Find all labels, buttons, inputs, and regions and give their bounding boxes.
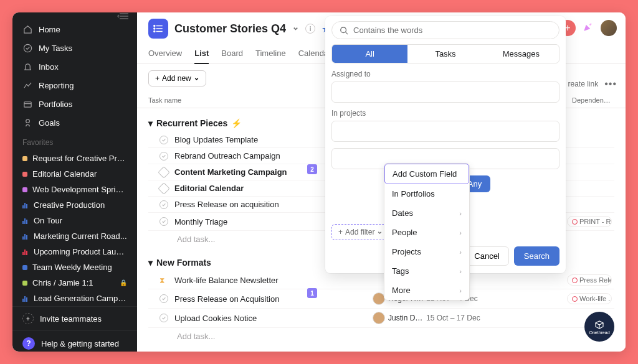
complete-checkbox[interactable] (160, 200, 168, 209)
project-dot-icon (22, 172, 27, 177)
in-projects-label: In projects (331, 109, 559, 118)
assigned-to-label: Assigned to (331, 70, 559, 78)
scope-all[interactable]: All (332, 45, 407, 63)
bell-icon (22, 62, 32, 72)
svg-point-9 (154, 26, 155, 27)
sidebar: Home My Tasks Inbox Reporting Portfolios… (12, 12, 137, 352)
lock-icon: 🔒 (120, 279, 127, 286)
milestone-icon[interactable] (158, 166, 170, 179)
task-name: Upload Cookies Notice (174, 314, 373, 323)
col-dependencies[interactable]: Dependenci... (572, 96, 612, 104)
project-dot-icon (22, 281, 27, 286)
filter-in-portfolios[interactable]: In Portfolios (384, 184, 469, 203)
milestone-icon[interactable] (158, 182, 170, 195)
invite-teammates[interactable]: +Invite teammates (12, 306, 137, 330)
create-link[interactable]: reate link (568, 80, 598, 88)
complete-checkbox[interactable] (160, 314, 168, 322)
project-icon[interactable] (148, 19, 168, 39)
project-dot-icon (22, 265, 27, 270)
assignee-cell[interactable]: Justin Dean (373, 312, 426, 324)
add-task-input[interactable]: Add task... (148, 328, 614, 345)
celebration-icon[interactable] (582, 21, 594, 36)
svg-point-12 (341, 27, 346, 32)
nav-mytasks[interactable]: My Tasks (12, 39, 137, 57)
favorite-item[interactable]: Team Weekly Meeting (12, 259, 137, 275)
project-dropdown-icon[interactable] (292, 23, 299, 34)
filter-menu: Add Custom Field In Portfolios Dates› Pe… (384, 163, 470, 301)
favorite-item[interactable]: Chris / Jamie 1:1🔒 (12, 275, 137, 291)
more-options-icon[interactable]: ••• (604, 78, 617, 90)
project-dot-icon (22, 156, 27, 161)
scope-tasks[interactable]: Tasks (407, 45, 483, 63)
favorite-item[interactable]: Editorial Calendar (12, 166, 137, 182)
tab-timeline[interactable]: Timeline (255, 44, 286, 63)
home-icon (22, 24, 32, 34)
filter-more[interactable]: More› (384, 281, 469, 300)
due-date-cell[interactable]: 15 Oct – 17 Dec (426, 314, 488, 322)
favorite-item[interactable]: Lead Generation Campai... (12, 291, 137, 306)
bars-icon (22, 202, 29, 208)
favorite-item[interactable]: Creative Production (12, 197, 137, 213)
help-button[interactable]: ?Help & getting started (12, 330, 137, 352)
tab-list[interactable]: List (194, 44, 209, 64)
filter-people[interactable]: People› (384, 223, 469, 242)
chart-icon (22, 80, 32, 90)
cancel-button[interactable]: Cancel (465, 246, 508, 266)
search-scope-tabs: All Tasks Messages (331, 44, 559, 63)
avatar-icon (373, 312, 385, 324)
filter-custom-field[interactable]: Add Custom Field (385, 164, 469, 184)
project-title[interactable]: Customer Stories Q4 (174, 22, 286, 35)
complete-checkbox[interactable] (160, 217, 168, 226)
favorite-item[interactable]: Web Development Sprint... (12, 182, 137, 197)
favorite-item[interactable]: Marketing Current Road... (12, 228, 137, 244)
sidebar-collapse-icon[interactable] (12, 12, 137, 20)
add-filter-button[interactable]: + Add filter (331, 224, 389, 240)
filter-tags[interactable]: Tags› (384, 261, 469, 281)
check-circle-icon (22, 43, 32, 53)
favorite-item[interactable]: Upcoming Product Laun... (12, 244, 137, 259)
svg-point-3 (24, 44, 31, 52)
complete-checkbox[interactable] (160, 294, 168, 303)
nav-inbox[interactable]: Inbox (12, 57, 137, 76)
filter-dates[interactable]: Dates› (384, 203, 469, 223)
complete-checkbox[interactable] (160, 136, 168, 144)
favorites-header: Favorites (12, 132, 137, 151)
in-projects-input[interactable] (331, 121, 559, 142)
nav-reporting[interactable]: Reporting (12, 76, 137, 95)
info-icon[interactable]: i (305, 24, 315, 34)
clock-icon (572, 296, 578, 302)
search-button[interactable]: Search (514, 246, 559, 266)
user-avatar[interactable] (601, 20, 617, 36)
task-row[interactable]: Upload Cookies NoticeJustin Dean15 Oct –… (148, 309, 614, 328)
nav-goals[interactable]: Goals (12, 113, 137, 132)
onethread-badge[interactable]: Onethread (584, 312, 614, 342)
task-row[interactable]: Press Release on AcquisitionRoger Ray...… (148, 289, 614, 309)
clock-icon (572, 219, 578, 225)
task-row[interactable]: ⧗Work-life Balance NewsletterPress Rele.… (148, 271, 614, 289)
assigned-to-input[interactable] (331, 82, 559, 103)
dependency-pill[interactable]: PRINT - R... (567, 216, 612, 227)
nav-home[interactable]: Home (12, 20, 137, 39)
folder-icon (22, 99, 32, 109)
callout-badge-1: 1 (307, 288, 317, 298)
help-icon: ? (22, 337, 35, 350)
hourglass-icon: ⧗ (160, 276, 168, 284)
filter-projects[interactable]: Projects› (384, 242, 469, 261)
svg-point-10 (154, 28, 155, 29)
favorite-item[interactable]: Request for Creative Pro... (12, 151, 137, 166)
nav-portfolios[interactable]: Portfolios (12, 95, 137, 113)
avatar-icon (373, 292, 385, 305)
add-new-button[interactable]: + Add new (148, 70, 206, 86)
chevron-right-icon: › (459, 210, 462, 217)
invite-icon: + (22, 313, 34, 324)
svg-rect-4 (24, 101, 31, 106)
chevron-right-icon: › (459, 268, 462, 275)
tab-overview[interactable]: Overview (148, 44, 182, 63)
tab-board[interactable]: Board (221, 44, 243, 63)
favorite-item[interactable]: On Tour (12, 213, 137, 228)
scope-messages[interactable]: Messages (483, 45, 559, 63)
dependency-pill[interactable]: Press Rele... (567, 274, 612, 286)
complete-checkbox[interactable] (160, 152, 168, 161)
dependency-pill[interactable]: Work-life ... (567, 293, 612, 304)
search-input[interactable]: Contains the words (331, 21, 559, 39)
